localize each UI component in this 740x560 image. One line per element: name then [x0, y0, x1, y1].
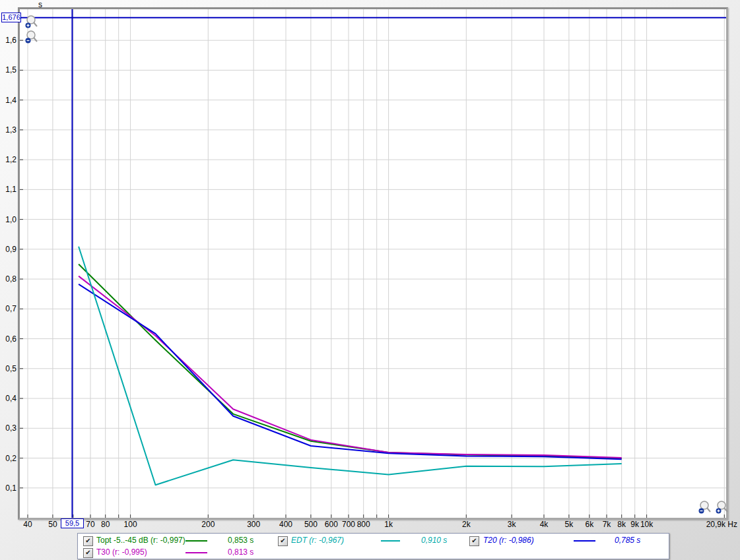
y-tick-label: 0,2	[0, 454, 17, 463]
legend-label-edt: EDT (r: -0,967)	[291, 536, 344, 545]
y-tick-label: 1,6	[0, 36, 17, 45]
x-tick-label: 7k	[603, 520, 611, 529]
x-tick-label: 50	[48, 520, 57, 529]
legend-value-t20: 0,785 s	[615, 536, 640, 545]
y-tick-label: 0,1	[0, 483, 17, 493]
legend-value-edt: 0,910 s	[421, 536, 447, 545]
x-tick-label: 500	[304, 520, 318, 529]
legend-checkbox-edt[interactable]: ✔	[278, 536, 288, 546]
legend-label-t20: T20 (r: -0,986)	[483, 536, 534, 545]
cursor-frequency-readout[interactable]: 59,5	[61, 518, 84, 528]
y-tick-label: 0,8	[0, 274, 17, 284]
y-tick-label: 0,9	[0, 245, 17, 254]
zoom-in-button[interactable]	[23, 15, 38, 30]
series-curve-topt[interactable]	[79, 264, 622, 459]
x-tick-label: 3k	[508, 520, 516, 529]
y-tick-label: 1,2	[0, 155, 17, 164]
x-tick-label: 80	[101, 520, 110, 529]
zoom-out-x-button[interactable]	[696, 500, 711, 515]
series-curve-t30[interactable]	[79, 276, 622, 458]
y-tick-label: 0,6	[0, 334, 17, 344]
legend-value-t30: 0,813 s	[228, 547, 253, 557]
x-tick-label: 5k	[565, 520, 574, 529]
legend-label-t30: T30 (r: -0,995)	[96, 547, 147, 557]
x-tick-label: 400	[279, 520, 292, 529]
y-tick-label: 1,4	[0, 96, 17, 105]
x-tick-label: 800	[357, 520, 370, 529]
app-window: s	[0, 0, 740, 560]
y-tick-label: 0,7	[0, 304, 17, 313]
x-tick-label: 8k	[617, 520, 626, 529]
y-tick-label: 0,5	[0, 364, 17, 373]
zoom-in-x-button[interactable]	[714, 500, 728, 515]
legend-checkbox-t20[interactable]: ✔	[469, 536, 479, 546]
x-tick-label: 200	[201, 520, 215, 529]
legend-checkbox-t30[interactable]: ✔	[83, 548, 93, 558]
legend-label-topt: Topt -5..-45 dB (r: -0,997)	[96, 536, 185, 545]
zoom-out-button[interactable]	[23, 30, 38, 45]
x-tick-label: 70	[86, 520, 94, 529]
chart-plot-area[interactable]	[18, 7, 728, 520]
cursor-time-readout[interactable]: 1,676	[1, 13, 21, 22]
y-tick-label: 0,3	[0, 423, 17, 433]
y-tick-label: 1,1	[0, 185, 17, 194]
series-curve-t20[interactable]	[79, 284, 622, 460]
x-tick-label: 20,9k Hz	[706, 520, 737, 529]
x-tick-label: 10k	[640, 520, 653, 529]
x-tick-label: 9k	[630, 520, 639, 529]
x-tick-label: 6k	[586, 520, 594, 529]
y-tick-label: 1,0	[0, 215, 17, 224]
x-tick-label: 2k	[462, 520, 471, 529]
legend-panel: ✔ Topt -5..-45 dB (r: -0,997) 0,853 s ✔ …	[77, 533, 669, 559]
x-tick-label: 40	[23, 520, 32, 529]
y-tick-label: 1,5	[0, 65, 17, 75]
x-tick-label: 300	[247, 520, 260, 529]
x-tick-label: 4k	[540, 520, 549, 529]
x-tick-label: 700	[342, 520, 355, 529]
x-tick-label: 1k	[384, 520, 393, 529]
rt60-chart	[20, 9, 726, 518]
y-tick-label: 1,3	[0, 125, 17, 135]
y-tick-label: 0,4	[0, 394, 17, 403]
x-tick-label: 600	[325, 520, 338, 529]
legend-swatch-edt	[381, 540, 400, 542]
legend-checkbox-topt[interactable]: ✔	[83, 536, 93, 546]
legend-swatch-topt	[185, 540, 207, 542]
legend-swatch-t20	[574, 540, 595, 542]
x-tick-label: 100	[124, 520, 137, 529]
legend-value-topt: 0,853 s	[228, 536, 253, 545]
legend-swatch-t30	[185, 552, 207, 553]
